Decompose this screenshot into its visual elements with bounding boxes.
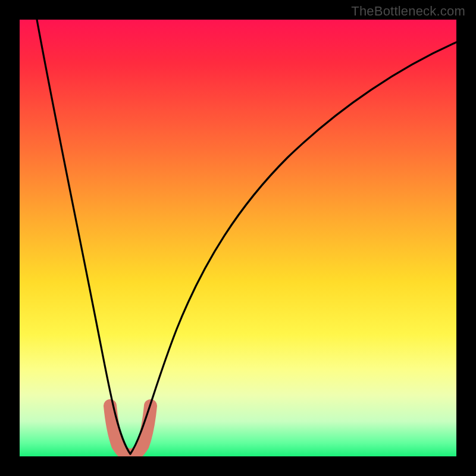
watermark-text: TheBottleneck.com — [351, 4, 465, 19]
plot-area — [20, 20, 456, 456]
chart-lines — [20, 20, 456, 456]
bottleneck-curve — [37, 20, 456, 454]
trough-marker — [110, 406, 151, 455]
chart-frame: TheBottleneck.com — [0, 0, 476, 476]
